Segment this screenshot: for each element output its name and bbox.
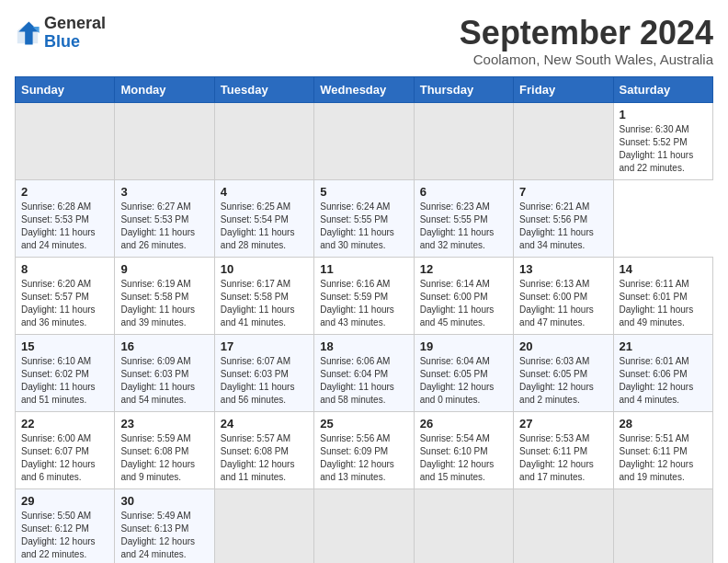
day-number: 25 [320, 417, 407, 431]
calendar-week-3: 8Sunrise: 6:20 AMSunset: 5:57 PMDaylight… [16, 257, 713, 334]
day-number: 14 [620, 262, 707, 276]
day-number: 12 [420, 262, 507, 276]
day-cell-4: 4Sunrise: 6:25 AMSunset: 5:54 PMDaylight… [214, 179, 313, 257]
day-info: Sunrise: 5:56 AMSunset: 6:09 PMDaylight:… [320, 432, 407, 484]
day-cell-8: 8Sunrise: 6:20 AMSunset: 5:57 PMDaylight… [16, 257, 115, 334]
day-info: Sunrise: 6:00 AMSunset: 6:07 PMDaylight:… [21, 432, 108, 484]
day-number: 8 [21, 262, 108, 276]
logo-icon [15, 20, 40, 46]
header-day-friday: Friday [514, 76, 613, 102]
day-cell-3: 3Sunrise: 6:27 AMSunset: 5:53 PMDaylight… [115, 179, 214, 257]
calendar-week-2: 2Sunrise: 6:28 AMSunset: 5:53 PMDaylight… [16, 179, 713, 257]
day-info: Sunrise: 5:57 AMSunset: 6:08 PMDaylight:… [221, 432, 308, 484]
month-title: September 2024 [460, 15, 713, 52]
empty-cell [115, 102, 214, 179]
day-number: 7 [519, 185, 607, 199]
day-number: 2 [21, 185, 108, 199]
day-info: Sunrise: 6:19 AMSunset: 5:58 PMDaylight:… [120, 278, 208, 329]
day-number: 6 [420, 185, 507, 199]
day-cell-27: 27Sunrise: 5:53 AMSunset: 6:11 PMDayligh… [514, 411, 613, 488]
header-day-saturday: Saturday [613, 76, 712, 102]
day-cell-26: 26Sunrise: 5:54 AMSunset: 6:10 PMDayligh… [414, 411, 513, 488]
empty-cell [314, 488, 414, 563]
day-info: Sunrise: 6:23 AMSunset: 5:55 PMDaylight:… [420, 201, 507, 252]
day-number: 30 [120, 494, 208, 508]
day-info: Sunrise: 6:14 AMSunset: 6:00 PMDaylight:… [420, 278, 507, 329]
day-number: 3 [120, 185, 208, 199]
day-info: Sunrise: 6:13 AMSunset: 6:00 PMDaylight:… [519, 278, 607, 329]
empty-cell [514, 102, 613, 179]
empty-cell [613, 488, 712, 563]
day-info: Sunrise: 6:17 AMSunset: 5:58 PMDaylight:… [221, 278, 308, 329]
day-info: Sunrise: 6:28 AMSunset: 5:53 PMDaylight:… [21, 201, 108, 252]
empty-cell [214, 102, 313, 179]
day-info: Sunrise: 6:07 AMSunset: 6:03 PMDaylight:… [221, 355, 308, 407]
day-number: 29 [21, 494, 108, 508]
page-header: General Blue September 2024 Coolamon, Ne… [15, 15, 713, 67]
day-cell-24: 24Sunrise: 5:57 AMSunset: 6:08 PMDayligh… [214, 411, 313, 488]
day-number: 11 [320, 262, 407, 276]
day-cell-15: 15Sunrise: 6:10 AMSunset: 6:02 PMDayligh… [16, 334, 115, 411]
day-cell-19: 19Sunrise: 6:04 AMSunset: 6:05 PMDayligh… [414, 334, 513, 411]
day-number: 27 [519, 417, 607, 431]
day-cell-17: 17Sunrise: 6:07 AMSunset: 6:03 PMDayligh… [214, 334, 313, 411]
day-number: 21 [620, 339, 707, 353]
calendar-week-4: 15Sunrise: 6:10 AMSunset: 6:02 PMDayligh… [16, 334, 713, 411]
empty-cell [16, 102, 115, 179]
day-cell-28: 28Sunrise: 5:51 AMSunset: 6:11 PMDayligh… [613, 411, 712, 488]
day-cell-6: 6Sunrise: 6:23 AMSunset: 5:55 PMDaylight… [414, 179, 513, 257]
calendar-week-1: 1Sunrise: 6:30 AMSunset: 5:52 PMDaylight… [16, 102, 713, 179]
day-cell-11: 11Sunrise: 6:16 AMSunset: 5:59 PMDayligh… [314, 257, 414, 334]
day-info: Sunrise: 5:49 AMSunset: 6:13 PMDaylight:… [120, 510, 208, 561]
day-cell-2: 2Sunrise: 6:28 AMSunset: 5:53 PMDaylight… [16, 179, 115, 257]
day-info: Sunrise: 5:53 AMSunset: 6:11 PMDaylight:… [519, 432, 607, 484]
day-info: Sunrise: 6:04 AMSunset: 6:05 PMDaylight:… [420, 355, 507, 407]
day-info: Sunrise: 6:06 AMSunset: 6:04 PMDaylight:… [320, 355, 407, 407]
day-info: Sunrise: 5:51 AMSunset: 6:11 PMDaylight:… [620, 432, 707, 484]
day-cell-18: 18Sunrise: 6:06 AMSunset: 6:04 PMDayligh… [314, 334, 414, 411]
day-cell-22: 22Sunrise: 6:00 AMSunset: 6:07 PMDayligh… [16, 411, 115, 488]
day-info: Sunrise: 5:50 AMSunset: 6:12 PMDaylight:… [21, 510, 108, 561]
day-info: Sunrise: 6:11 AMSunset: 6:01 PMDaylight:… [620, 278, 707, 329]
day-info: Sunrise: 6:01 AMSunset: 6:06 PMDaylight:… [620, 355, 707, 407]
day-cell-12: 12Sunrise: 6:14 AMSunset: 6:00 PMDayligh… [414, 257, 513, 334]
day-number: 22 [21, 417, 108, 431]
header-day-thursday: Thursday [414, 76, 513, 102]
day-number: 18 [320, 339, 407, 353]
logo-text: General Blue [44, 15, 106, 52]
day-number: 4 [221, 185, 308, 199]
calendar-table: SundayMondayTuesdayWednesdayThursdayFrid… [15, 76, 713, 563]
header-day-tuesday: Tuesday [214, 76, 313, 102]
day-number: 16 [120, 339, 208, 353]
title-block: September 2024 Coolamon, New South Wales… [460, 15, 713, 67]
calendar-body: 1Sunrise: 6:30 AMSunset: 5:52 PMDaylight… [16, 102, 713, 563]
day-cell-10: 10Sunrise: 6:17 AMSunset: 5:58 PMDayligh… [214, 257, 313, 334]
day-cell-5: 5Sunrise: 6:24 AMSunset: 5:55 PMDaylight… [314, 179, 414, 257]
day-cell-14: 14Sunrise: 6:11 AMSunset: 6:01 PMDayligh… [613, 257, 712, 334]
logo: General Blue [15, 15, 106, 52]
day-number: 10 [221, 262, 308, 276]
header-day-monday: Monday [115, 76, 214, 102]
day-number: 9 [120, 262, 208, 276]
day-info: Sunrise: 6:25 AMSunset: 5:54 PMDaylight:… [221, 201, 308, 252]
header-day-sunday: Sunday [16, 76, 115, 102]
calendar-week-5: 22Sunrise: 6:00 AMSunset: 6:07 PMDayligh… [16, 411, 713, 488]
day-info: Sunrise: 6:09 AMSunset: 6:03 PMDaylight:… [120, 355, 208, 407]
day-number: 15 [21, 339, 108, 353]
empty-cell [214, 488, 313, 563]
day-cell-9: 9Sunrise: 6:19 AMSunset: 5:58 PMDaylight… [115, 257, 214, 334]
day-info: Sunrise: 5:59 AMSunset: 6:08 PMDaylight:… [120, 432, 208, 484]
day-info: Sunrise: 6:24 AMSunset: 5:55 PMDaylight:… [320, 201, 407, 252]
empty-cell [414, 102, 513, 179]
calendar-header: SundayMondayTuesdayWednesdayThursdayFrid… [16, 76, 713, 102]
day-number: 17 [221, 339, 308, 353]
day-cell-30: 30Sunrise: 5:49 AMSunset: 6:13 PMDayligh… [115, 488, 214, 563]
empty-cell [314, 102, 414, 179]
day-cell-13: 13Sunrise: 6:13 AMSunset: 6:00 PMDayligh… [514, 257, 613, 334]
day-number: 28 [620, 417, 707, 431]
day-number: 19 [420, 339, 507, 353]
day-info: Sunrise: 6:21 AMSunset: 5:56 PMDaylight:… [519, 201, 607, 252]
empty-cell [514, 488, 613, 563]
day-cell-21: 21Sunrise: 6:01 AMSunset: 6:06 PMDayligh… [613, 334, 712, 411]
day-cell-7: 7Sunrise: 6:21 AMSunset: 5:56 PMDaylight… [514, 179, 613, 257]
